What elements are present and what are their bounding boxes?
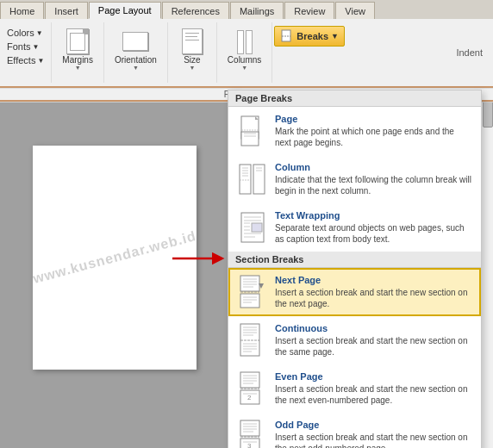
breaks-button[interactable]: Breaks ▼ — [274, 26, 345, 47]
svg-text:3: 3 — [247, 442, 252, 448]
break-oddpage-icon: 3 — [237, 420, 268, 448]
break-evenpage-item[interactable]: 2 Even Page Insert a section break and s… — [228, 364, 481, 413]
page-breaks-header: Page Breaks — [228, 90, 481, 107]
margins-icon — [64, 28, 91, 55]
margins-button[interactable]: Margins ▼ — [59, 26, 97, 72]
margins-label: Margins — [62, 55, 93, 65]
break-page-desc: Mark the point at which one page ends an… — [275, 126, 472, 148]
break-page-title: Page — [275, 114, 472, 124]
colors-label: Colors — [7, 28, 34, 38]
break-nextpage-title: Next Page — [275, 275, 472, 285]
break-oddpage-text: Odd Page Insert a section break and star… — [275, 420, 472, 448]
svg-rect-28 — [240, 276, 259, 291]
columns-group: Columns ▼ — [217, 22, 272, 83]
ribbon: Home Insert Page Layout References Maili… — [0, 0, 493, 103]
break-textwrap-text: Text Wrapping Separate text around objec… — [275, 210, 472, 245]
size-button[interactable]: Size ▼ — [175, 26, 209, 72]
columns-chevron: ▼ — [241, 65, 247, 71]
right-scrollbar[interactable] — [481, 91, 493, 448]
arrow-indicator — [168, 241, 228, 278]
effects-label: Effects — [7, 55, 35, 65]
break-textwrap-item[interactable]: Text Wrapping Separate text around objec… — [228, 203, 481, 252]
svg-rect-11 — [253, 165, 265, 194]
columns-label: Columns — [228, 55, 261, 65]
svg-rect-22 — [252, 223, 262, 232]
tab-view[interactable]: View — [335, 2, 375, 19]
break-page-text: Page Mark the point at which one page en… — [275, 114, 472, 148]
indent-group: Indent — [451, 22, 488, 83]
svg-rect-58 — [240, 420, 259, 436]
break-textwrap-title: Text Wrapping — [275, 210, 472, 221]
orientation-icon — [122, 28, 149, 55]
break-evenpage-desc: Insert a section break and start the new… — [275, 383, 472, 406]
break-evenpage-title: Even Page — [275, 371, 472, 382]
colors-button[interactable]: Colors ▼ — [3, 26, 47, 40]
orientation-group: Orientation ▼ — [104, 22, 168, 83]
tab-review[interactable]: Review — [284, 2, 334, 19]
break-oddpage-title: Odd Page — [275, 420, 472, 430]
fonts-chevron-icon: ▼ — [33, 43, 40, 51]
fonts-button[interactable]: Fonts ▼ — [3, 40, 47, 53]
svg-rect-10 — [240, 165, 251, 194]
breaks-icon — [280, 29, 294, 43]
size-label: Size — [184, 55, 200, 65]
effects-button[interactable]: Effects ▼ — [3, 53, 47, 67]
tab-mailings[interactable]: Mailings — [230, 2, 284, 19]
columns-button[interactable]: Columns ▼ — [224, 26, 265, 72]
break-nextpage-text: Next Page Insert a section break and sta… — [275, 275, 472, 309]
break-textwrap-icon — [237, 210, 268, 245]
breaks-label: Breaks — [296, 31, 328, 41]
break-textwrap-desc: Separate text around objects on web page… — [275, 222, 472, 245]
break-evenpage-text: Even Page Insert a section break and sta… — [275, 371, 472, 406]
margins-group: Margins ▼ — [52, 22, 104, 83]
break-nextpage-item[interactable]: Next Page Insert a section break and sta… — [228, 268, 481, 316]
tab-bar: Home Insert Page Layout References Maili… — [0, 0, 493, 19]
break-continuous-desc: Insert a section break and start the new… — [275, 335, 472, 358]
red-arrow-icon — [168, 241, 228, 276]
ribbon-body: Colors ▼ Fonts ▼ Effects ▼ — [0, 19, 493, 88]
orientation-chevron: ▼ — [133, 65, 139, 71]
break-page-item[interactable]: Page Mark the point at which one page en… — [228, 107, 481, 155]
colors-chevron-icon: ▼ — [36, 29, 43, 37]
svg-rect-34 — [240, 294, 259, 308]
effects-chevron-icon: ▼ — [37, 57, 44, 65]
breaks-dropdown-icon: ▼ — [331, 32, 339, 40]
tab-references[interactable]: References — [162, 2, 229, 19]
margins-chevron: ▼ — [75, 65, 81, 71]
breaks-dropdown-panel: Page Breaks Page Mark the point at which… — [228, 90, 482, 448]
tab-page-layout[interactable]: Page Layout — [89, 2, 161, 19]
margins-buttons: Margins ▼ — [59, 26, 97, 72]
svg-rect-49 — [240, 372, 259, 388]
break-oddpage-item[interactable]: 3 Odd Page Insert a section break and st… — [228, 413, 481, 448]
size-icon — [178, 28, 206, 55]
breaks-group: Breaks ▼ — [272, 22, 350, 83]
break-oddpage-desc: Insert a section break and start the new… — [275, 432, 472, 448]
svg-text:2: 2 — [247, 394, 252, 401]
tab-home[interactable]: Home — [0, 2, 44, 19]
size-group: Size ▼ — [168, 22, 217, 83]
break-column-icon — [237, 162, 268, 196]
theme-group: Colors ▼ Fonts ▼ Effects ▼ — [0, 22, 52, 83]
columns-icon — [231, 28, 259, 55]
section-breaks-header: Section Breaks — [228, 252, 481, 268]
break-evenpage-icon: 2 — [237, 371, 268, 406]
orientation-button[interactable]: Orientation ▼ — [111, 26, 160, 72]
fonts-label: Fonts — [7, 41, 31, 52]
size-chevron: ▼ — [189, 65, 195, 71]
break-continuous-text: Continuous Insert a section break and st… — [275, 323, 472, 358]
indent-label: Indent — [456, 47, 483, 58]
break-column-desc: Indicate that the text following the col… — [275, 174, 472, 196]
break-continuous-item[interactable]: Continuous Insert a section break and st… — [228, 316, 481, 364]
break-column-text: Column Indicate that the text following … — [275, 162, 472, 196]
break-column-title: Column — [275, 162, 472, 172]
break-nextpage-desc: Insert a section break and start the new… — [275, 287, 472, 309]
svg-rect-39 — [240, 324, 259, 356]
orientation-label: Orientation — [115, 55, 157, 65]
break-page-icon — [237, 114, 268, 148]
break-continuous-title: Continuous — [275, 323, 472, 333]
break-column-item[interactable]: Column Indicate that the text following … — [228, 155, 481, 203]
break-nextpage-icon — [237, 275, 268, 309]
tab-insert[interactable]: Insert — [45, 2, 88, 19]
break-continuous-icon — [237, 323, 268, 358]
